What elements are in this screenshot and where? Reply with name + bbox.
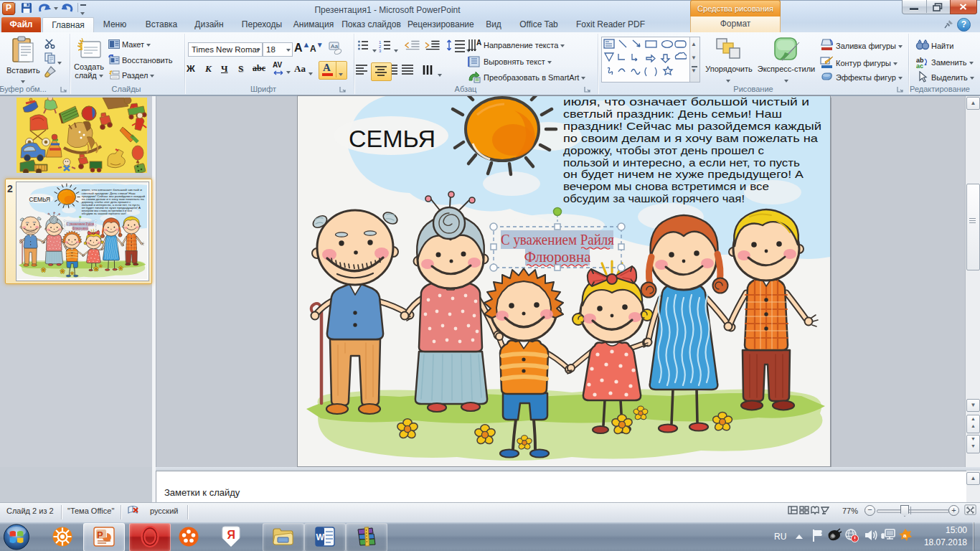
svg-text:3: 3 (379, 49, 382, 52)
svg-text:W: W (316, 532, 325, 542)
svg-text:Я: Я (227, 529, 236, 541)
svg-text:Аа: Аа (331, 43, 338, 50)
svg-text:ac: ac (916, 62, 923, 69)
svg-text:A: A (476, 39, 481, 47)
svg-text:a: a (903, 532, 907, 539)
svg-text:P: P (97, 529, 103, 540)
